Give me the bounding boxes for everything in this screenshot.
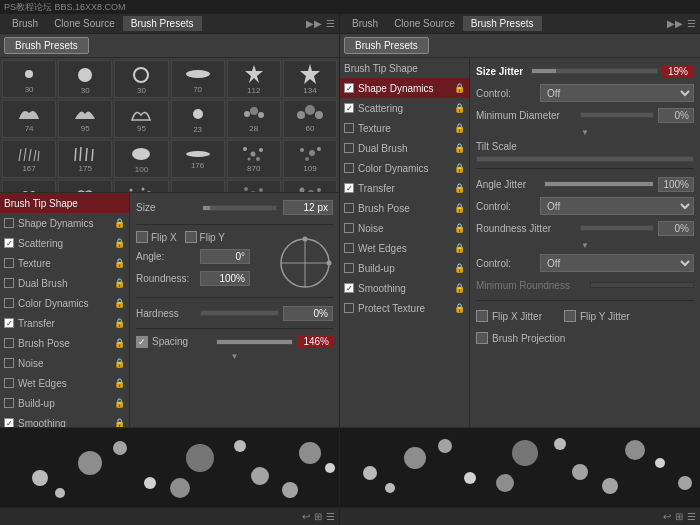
brush-thumb-1[interactable]: 30 [2,60,56,98]
right-check-12[interactable] [344,303,354,313]
right-bottom-icon-2[interactable]: ⊞ [675,511,683,522]
left-spacing-slider[interactable] [216,339,293,345]
left-tab-menu-icon[interactable]: ☰ [326,18,335,29]
right-list-item-1[interactable]: ✓ Shape Dynamics 🔒 [340,78,469,98]
right-check-2[interactable]: ✓ [344,103,354,113]
left-check-2[interactable]: ✓ [4,238,14,248]
left-bottom-icon-2[interactable]: ⊞ [314,511,322,522]
right-check-8[interactable] [344,223,354,233]
right-check-1[interactable]: ✓ [344,83,354,93]
left-spacing-checkbox[interactable]: ✓ [136,336,148,348]
brush-thumb-8[interactable]: 95 [58,100,112,138]
right-check-7[interactable] [344,203,354,213]
brush-thumb-15[interactable]: 100 [114,140,168,178]
right-brush-projection-checkbox[interactable] [476,332,488,344]
right-check-6[interactable]: ✓ [344,183,354,193]
left-angle-value[interactable]: 0° [200,249,250,264]
right-list-item-0[interactable]: Brush Tip Shape [340,58,469,78]
right-min-diameter-slider[interactable] [580,112,654,118]
right-list-item-8[interactable]: Noise 🔒 [340,218,469,238]
left-list-item-10[interactable]: Build-up 🔒 [0,393,129,413]
right-list-item-6[interactable]: ✓ Transfer 🔒 [340,178,469,198]
brush-thumb-19[interactable]: 21 [2,180,56,193]
left-hardness-value[interactable]: 0% [283,306,333,321]
brush-thumb-23[interactable]: 300 [227,180,281,193]
right-check-10[interactable] [344,263,354,273]
right-min-diameter-value[interactable]: 0% [658,108,694,123]
brush-thumb-20[interactable]: 66 [58,180,112,193]
right-control-select-1[interactable]: Off Fade Pen Pressure [540,84,694,102]
right-check-9[interactable] [344,243,354,253]
right-list-item-11[interactable]: ✓ Smoothing 🔒 [340,278,469,298]
left-check-5[interactable] [4,298,14,308]
left-list-item-7[interactable]: Brush Pose 🔒 [0,333,129,353]
left-list-item-8[interactable]: Noise 🔒 [0,353,129,373]
right-scroll-2[interactable]: ▼ [476,241,694,250]
right-list-item-12[interactable]: Protect Texture 🔒 [340,298,469,318]
right-check-5[interactable] [344,163,354,173]
right-sub-tab-btn[interactable]: Brush Presets [344,37,429,54]
right-check-3[interactable] [344,123,354,133]
left-list-item-4[interactable]: Dual Brush 🔒 [0,273,129,293]
left-check-4[interactable] [4,278,14,288]
left-scroll-down[interactable]: ▼ [136,352,333,361]
brush-thumb-2[interactable]: 30 [58,60,112,98]
left-list-item-2[interactable]: ✓ Scattering 🔒 [0,233,129,253]
brush-thumb-13[interactable]: 167 [2,140,56,178]
left-sub-tab-btn[interactable]: Brush Presets [4,37,89,54]
left-list-item-5[interactable]: Color Dynamics 🔒 [0,293,129,313]
right-tab-menu-icon[interactable]: ☰ [687,18,696,29]
right-roundness-jitter-value[interactable]: 0% [658,221,694,236]
brush-thumb-6[interactable]: 134 [283,60,337,98]
right-flip-x-jitter-checkbox[interactable] [476,310,488,322]
left-list-item-11[interactable]: ✓ Smoothing 🔒 [0,413,129,427]
left-list-item-6[interactable]: ✓ Transfer 🔒 [0,313,129,333]
left-roundness-value[interactable]: 100% [200,271,250,286]
right-list-item-5[interactable]: Color Dynamics 🔒 [340,158,469,178]
right-tab-brush[interactable]: Brush [344,16,386,31]
right-size-jitter-value[interactable]: 19% [662,65,694,78]
left-check-7[interactable] [4,338,14,348]
right-list-item-2[interactable]: ✓ Scattering 🔒 [340,98,469,118]
left-hardness-slider[interactable] [200,310,279,316]
right-angle-jitter-slider[interactable] [544,181,654,187]
left-tab-expand-icon[interactable]: ▶▶ [306,18,322,29]
left-tab-brush[interactable]: Brush [4,16,46,31]
right-bottom-icon-3[interactable]: ☰ [687,511,696,522]
left-list-item-0[interactable]: Brush Tip Shape [0,193,129,213]
brush-thumb-22[interactable]: 80 [171,180,225,193]
brush-thumb-14[interactable]: 175 [58,140,112,178]
left-check-11[interactable]: ✓ [4,418,14,427]
brush-thumb-5[interactable]: 112 [227,60,281,98]
brush-thumb-18[interactable]: 109 [283,140,337,178]
right-check-4[interactable] [344,143,354,153]
brush-thumb-4[interactable]: 70 [171,60,225,98]
left-list-item-1[interactable]: Shape Dynamics 🔒 [0,213,129,233]
left-bottom-icon-1[interactable]: ↩ [302,511,310,522]
right-tab-brush-presets[interactable]: Brush Presets [463,16,542,31]
right-list-item-9[interactable]: Wet Edges 🔒 [340,238,469,258]
right-control-select-2[interactable]: Off Fade [540,197,694,215]
right-list-item-4[interactable]: Dual Brush 🔒 [340,138,469,158]
left-check-9[interactable] [4,378,14,388]
right-angle-jitter-value[interactable]: 100% [658,177,694,192]
brush-thumb-21[interactable]: 300 [114,180,168,193]
right-list-item-7[interactable]: Brush Pose 🔒 [340,198,469,218]
left-size-slider[interactable] [202,205,277,211]
left-check-8[interactable] [4,358,14,368]
left-list-item-9[interactable]: Wet Edges 🔒 [0,373,129,393]
left-bottom-icon-3[interactable]: ☰ [326,511,335,522]
right-list-item-10[interactable]: Build-up 🔒 [340,258,469,278]
brush-thumb-16[interactable]: 176 [171,140,225,178]
brush-thumb-3[interactable]: 30 [114,60,168,98]
brush-thumb-7[interactable]: 74 [2,100,56,138]
left-check-6[interactable]: ✓ [4,318,14,328]
brush-thumb-9[interactable]: 95 [114,100,168,138]
left-flip-y-checkbox[interactable] [185,231,197,243]
right-control-select-3[interactable]: Off Fade [540,254,694,272]
right-bottom-icon-1[interactable]: ↩ [663,511,671,522]
right-size-jitter-slider[interactable] [531,68,658,74]
right-tab-clone-source[interactable]: Clone Source [386,16,463,31]
brush-thumb-11[interactable]: 28 [227,100,281,138]
right-roundness-jitter-slider[interactable] [580,225,654,231]
